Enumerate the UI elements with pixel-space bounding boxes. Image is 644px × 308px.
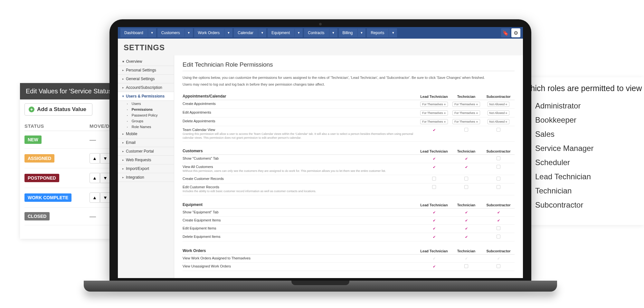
perm-checkbox[interactable] [497, 177, 500, 181]
move-down-button[interactable]: ▼ [100, 173, 110, 183]
role-item[interactable]: Sales [523, 127, 636, 141]
perm-checkbox[interactable] [432, 226, 436, 230]
sidebar-item-general-settings[interactable]: ▸General Settings [118, 75, 174, 83]
sidebar-sub-permissions[interactable]: Permissions [118, 107, 174, 112]
perm-cell [450, 156, 482, 161]
sidebar-item-integration[interactable]: ▸Integration [118, 173, 174, 182]
nav-item-customers[interactable]: Customers▼ [157, 28, 193, 37]
roles-panel-title: Which roles are permitted to view [523, 84, 636, 93]
perm-checkbox[interactable] [464, 185, 468, 189]
perm-checkbox[interactable] [432, 128, 436, 132]
move-up-button[interactable]: ▲ [90, 153, 100, 163]
perm-select[interactable]: For Themselves [420, 110, 448, 116]
nav-item-equipment[interactable]: Equipment▼ [268, 28, 303, 37]
role-item[interactable]: Bookkeeper [523, 113, 636, 127]
perm-checkbox[interactable] [497, 156, 500, 160]
move-up-button[interactable]: ▲ [90, 192, 100, 203]
perm-checkbox[interactable] [497, 210, 500, 214]
perm-checkbox[interactable] [464, 165, 468, 169]
sidebar-item-overview[interactable]: ■Overview [118, 57, 174, 66]
sidebar-item-mobile[interactable]: ▸Mobile [118, 130, 174, 138]
sidebar-sub-role-names[interactable]: Role Names [118, 124, 174, 130]
perm-col-header: Subcontractor [482, 249, 515, 253]
sidebar-item-import-export[interactable]: ▸Import/Export [118, 164, 174, 173]
perm-select[interactable]: For Themselves [452, 119, 480, 124]
perm-select[interactable]: Not Allowed [488, 119, 510, 124]
perm-cell: For Themselves [450, 102, 482, 107]
chevron-down-icon[interactable]: ▼ [329, 29, 337, 37]
perm-col-header: Lead Technician [418, 203, 450, 207]
sidebar-sub-users[interactable]: Users [118, 101, 174, 107]
chevron-down-icon[interactable]: ▼ [389, 29, 397, 37]
role-label: Sales [535, 130, 554, 139]
perm-cell [482, 156, 515, 161]
perm-checkbox[interactable] [464, 128, 468, 132]
perm-checkbox[interactable] [497, 128, 500, 132]
perm-checkbox[interactable] [432, 165, 436, 169]
perm-select[interactable]: Not Allowed [488, 110, 510, 116]
perm-checkbox[interactable] [497, 226, 500, 230]
perm-checkbox[interactable] [464, 177, 468, 181]
chevron-down-icon[interactable]: ▼ [357, 29, 366, 37]
perm-row: Show "Customers" Tab [183, 155, 515, 163]
perm-select[interactable]: For Themselves [452, 110, 480, 116]
gear-icon[interactable]: ⚙ [511, 28, 520, 37]
perm-checkbox[interactable] [497, 264, 500, 268]
nav-item-reports[interactable]: Reports▼ [367, 28, 397, 37]
sidebar-sub-groups[interactable]: Groups [118, 118, 174, 124]
sidebar-item-web-requests[interactable]: ▸Web Requests [118, 156, 174, 164]
perm-checkbox[interactable] [464, 210, 468, 214]
perm-checkbox[interactable] [432, 218, 436, 222]
perm-checkbox[interactable] [464, 235, 468, 238]
chevron-down-icon[interactable]: ▼ [185, 29, 193, 37]
sidebar-item-personal-settings[interactable]: ▸Personal Settings [118, 66, 174, 75]
role-item[interactable]: Service Manager [523, 141, 636, 155]
chevron-down-icon[interactable]: ▼ [148, 29, 156, 37]
sidebar-label: Account/Subscription [126, 85, 162, 90]
perm-select[interactable]: For Themselves [452, 102, 480, 107]
perm-cell: Not Allowed [482, 102, 515, 107]
sidebar-item-account-subscription[interactable]: ▸Account/Subscription [118, 83, 174, 92]
sidebar-item-email[interactable]: ▸Email [118, 138, 174, 147]
perm-checkbox[interactable] [464, 156, 468, 160]
sidebar-item-customer-portal[interactable]: ▸Customer Portal [118, 147, 174, 156]
perm-select[interactable]: For Themselves [420, 102, 448, 107]
role-item[interactable]: Lead Technician [523, 170, 636, 184]
nav-item-contracts[interactable]: Contracts▼ [304, 28, 337, 37]
bookmark-icon[interactable]: 🔖 [501, 28, 510, 37]
perm-select[interactable]: Not Allowed [488, 102, 510, 107]
add-status-button[interactable]: + Add a Status Value [24, 103, 92, 116]
role-item[interactable]: Scheduler [523, 155, 636, 170]
perm-checkbox[interactable] [497, 235, 500, 238]
perm-checkbox[interactable] [432, 185, 436, 189]
expand-icon: ▸ [122, 141, 124, 144]
perm-checkbox[interactable] [497, 185, 500, 189]
perm-checkbox[interactable] [497, 218, 500, 222]
perm-select[interactable]: For Themselves [420, 119, 448, 124]
status-col-header: STATUS [24, 123, 90, 129]
sidebar-sub-password-policy[interactable]: Password Policy [118, 112, 174, 118]
chevron-down-icon[interactable]: ▼ [258, 29, 266, 37]
nav-item-work-orders[interactable]: Work Orders▼ [194, 28, 233, 37]
role-item[interactable]: Technician [523, 184, 636, 198]
perm-checkbox[interactable] [432, 210, 436, 214]
move-down-button[interactable]: ▼ [100, 192, 110, 203]
perm-checkbox[interactable] [497, 165, 500, 169]
perm-checkbox[interactable] [432, 177, 436, 181]
chevron-down-icon[interactable]: ▼ [294, 29, 303, 37]
role-item[interactable]: Administrator [523, 99, 636, 113]
move-up-button[interactable]: ▲ [90, 173, 100, 183]
nav-item-dashboard[interactable]: Dashboard▼ [120, 28, 156, 37]
chevron-down-icon[interactable]: ▼ [224, 29, 232, 37]
perm-checkbox[interactable] [464, 264, 468, 268]
nav-item-calendar[interactable]: Calendar▼ [234, 28, 266, 37]
perm-checkbox[interactable] [432, 264, 436, 268]
perm-checkbox[interactable] [464, 226, 468, 230]
nav-item-billing[interactable]: Billing▼ [339, 28, 366, 37]
perm-checkbox[interactable] [432, 235, 436, 238]
sidebar-item-users-permissions[interactable]: ▾Users & Permissions [118, 92, 174, 101]
move-down-button[interactable]: ▼ [100, 153, 110, 163]
perm-checkbox[interactable] [464, 218, 468, 222]
role-item[interactable]: Subcontractor [523, 198, 636, 212]
perm-checkbox[interactable] [432, 156, 436, 160]
